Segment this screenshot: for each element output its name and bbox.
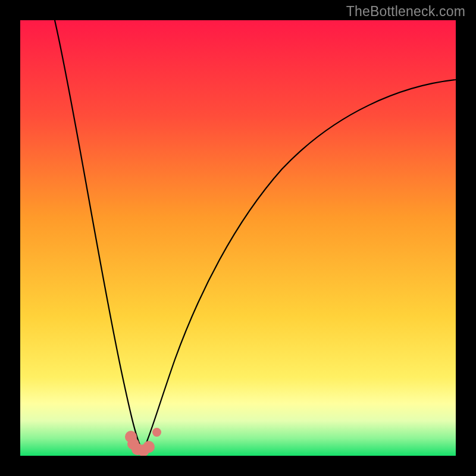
watermark-text: TheBottleneck.com: [346, 4, 465, 20]
plot-area: [20, 20, 456, 456]
left-curve: [55, 20, 143, 451]
bottleneck-curves: [20, 20, 456, 456]
right-curve: [143, 80, 456, 451]
chart-frame: TheBottleneck.com: [0, 0, 476, 476]
highlight-dot: [143, 441, 155, 453]
highlight-dot: [152, 428, 161, 437]
